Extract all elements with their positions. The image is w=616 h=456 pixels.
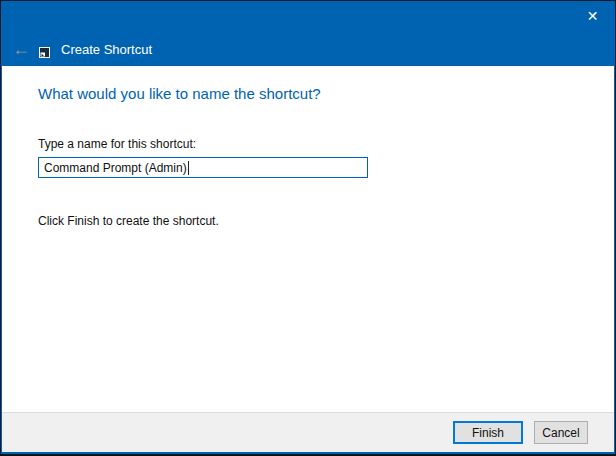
shortcut-name-input[interactable]: Command Prompt (Admin) — [38, 157, 368, 178]
shortcut-app-icon — [39, 44, 50, 55]
shortcut-name-value: Command Prompt (Admin) — [44, 161, 187, 175]
button-bar: Finish Cancel — [2, 412, 614, 452]
close-icon: ✕ — [587, 8, 599, 24]
name-field-label: Type a name for this shortcut: — [38, 137, 614, 151]
cancel-button[interactable]: Cancel — [534, 421, 588, 444]
back-arrow-icon: ← — [12, 40, 30, 58]
finish-note: Click Finish to create the shortcut. — [38, 214, 614, 228]
create-shortcut-window: ✕ ← Create Shortcut What would you like … — [0, 0, 616, 456]
page-heading: What would you like to name the shortcut… — [38, 85, 614, 103]
wizard-header: ← Create Shortcut — [0, 32, 616, 66]
wizard-content: What would you like to name the shortcut… — [2, 66, 614, 412]
titlebar[interactable]: ✕ — [0, 0, 616, 32]
window-bottom-border — [0, 452, 616, 456]
close-button[interactable]: ✕ — [570, 1, 615, 30]
finish-button[interactable]: Finish — [453, 421, 523, 444]
text-caret — [188, 161, 189, 175]
back-button[interactable]: ← — [10, 37, 32, 61]
wizard-title: Create Shortcut — [61, 42, 152, 57]
